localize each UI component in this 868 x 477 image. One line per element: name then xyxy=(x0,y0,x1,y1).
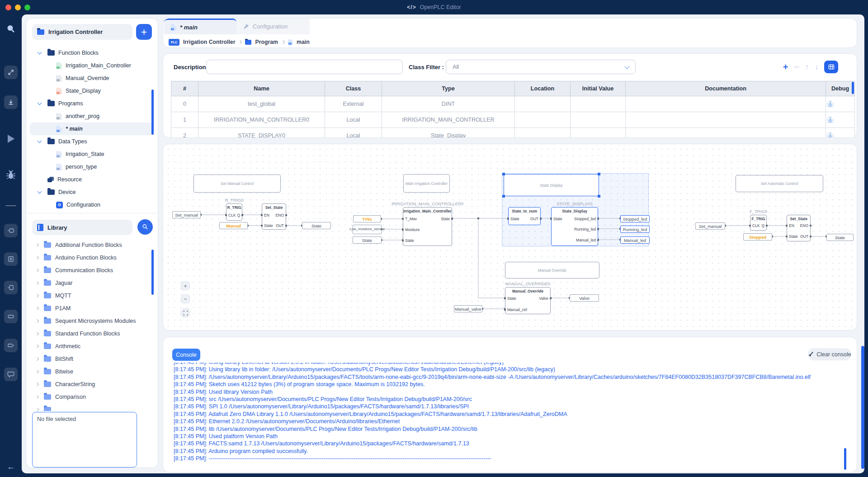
window-scrollbar[interactable] xyxy=(861,346,864,469)
tree-item-device[interactable]: Device xyxy=(30,186,154,198)
chevron-right-icon[interactable] xyxy=(35,345,39,348)
selection-handle[interactable] xyxy=(598,195,600,198)
fbd-comment[interactable]: Set Manual Control xyxy=(193,175,281,193)
fbd-variable[interactable]: Manual_valve xyxy=(454,305,482,312)
fbd-block-manual_override[interactable]: Manual_OverrideStateManual_ctrlValve xyxy=(505,287,551,314)
fbd-block-set_state[interactable]: Set_StateENStateENOOUT xyxy=(787,215,811,241)
fbd-variable[interactable]: Manual_led xyxy=(620,236,650,244)
tree-item-irrigation-state[interactable]: Irrigation_State xyxy=(30,148,154,161)
move-down-button[interactable]: ↓ xyxy=(815,63,818,71)
console-log[interactable]: [8:17:45 PM]: Using library Ethernet at … xyxy=(174,363,837,468)
library-item-sequent-microsystems-modules[interactable]: Sequent Microsystems Modules xyxy=(30,315,154,327)
chevron-right-icon[interactable] xyxy=(35,243,39,247)
search-icon[interactable] xyxy=(4,22,18,36)
tab-configuration[interactable]: Configuration xyxy=(236,19,310,34)
tree-item-function-blocks[interactable]: Function Blocks xyxy=(30,47,154,59)
fbd-variable[interactable]: Stopped xyxy=(743,233,772,241)
expand-icon[interactable] xyxy=(4,66,18,79)
debug-bug-icon[interactable] xyxy=(4,168,18,182)
breadcrumb-page[interactable]: main xyxy=(297,39,310,45)
library-item-standard-function-blocks[interactable]: Standard Function Blocks xyxy=(30,327,154,340)
fbd-comment[interactable]: State Display xyxy=(504,174,599,196)
tree-scrollbar[interactable] xyxy=(151,90,154,135)
debug-bug-icon[interactable] xyxy=(826,132,854,138)
library-item-communication-blocks[interactable]: Communication Blocks xyxy=(30,264,154,277)
library-item-p1am[interactable]: P1AM xyxy=(30,302,154,315)
chevron-right-icon[interactable] xyxy=(35,332,39,335)
fit-view-button[interactable] xyxy=(181,308,190,317)
chevron-right-icon[interactable] xyxy=(35,357,39,361)
chip-module-icon[interactable] xyxy=(4,281,18,294)
download-icon[interactable] xyxy=(4,95,18,109)
library-item-arithmetic[interactable]: Arithmetic xyxy=(30,340,154,353)
chevron-down-icon[interactable] xyxy=(38,189,42,194)
chevron-down-icon[interactable] xyxy=(38,139,42,143)
chevron-down-icon[interactable] xyxy=(38,50,42,55)
fbd-variable[interactable]: Valve xyxy=(570,294,599,302)
fbd-variable[interactable]: Running_led xyxy=(620,226,650,233)
fbd-variable[interactable]: T#5s xyxy=(353,215,381,222)
table-row[interactable]: 0test_globalExternalDINT xyxy=(171,96,855,112)
description-input[interactable] xyxy=(206,60,403,74)
table-scrollbar[interactable] xyxy=(852,82,854,94)
library-scrollbar[interactable] xyxy=(151,250,154,295)
tag-module-icon[interactable] xyxy=(4,339,18,352)
fbd-comment[interactable]: Set Automatic Control xyxy=(736,175,823,192)
file-preview-box[interactable]: No file selected xyxy=(32,412,137,468)
zoom-out-button[interactable]: − xyxy=(181,294,190,303)
fbd-block-r_trig[interactable]: R_TRIGCLKQ xyxy=(226,203,242,221)
library-item-mqtt[interactable]: MQTT xyxy=(30,289,154,302)
io-module-icon[interactable] xyxy=(4,224,18,237)
library-item-additional-function-blocks[interactable]: Additional Function Blocks xyxy=(30,239,154,251)
fbd-canvas[interactable]: Set Manual ControlMain Irrigation Contro… xyxy=(163,144,857,331)
fbd-variable[interactable]: Set_manual xyxy=(695,222,725,230)
tree-item-state-display[interactable]: State_Display xyxy=(30,85,154,97)
code-view-button[interactable]: </> xyxy=(836,61,850,73)
tab-main[interactable]: * main xyxy=(164,19,236,34)
fbd-variable[interactable]: Set_manual xyxy=(172,211,201,218)
chevron-right-icon[interactable] xyxy=(35,269,39,272)
move-up-button[interactable]: ↑ xyxy=(805,63,809,71)
fbd-variable[interactable]: State xyxy=(826,234,854,241)
chevron-right-icon[interactable] xyxy=(35,307,39,310)
breadcrumb-project[interactable]: Irrigation Controller xyxy=(183,39,235,45)
zoom-in-button[interactable]: + xyxy=(181,281,190,290)
chevron-right-icon[interactable] xyxy=(35,408,39,411)
tree-item-programs[interactable]: Programs xyxy=(30,97,154,110)
library-item-bitshift[interactable]: BitShift xyxy=(30,353,154,365)
fbd-variable[interactable]: State xyxy=(302,222,331,229)
library-item-comparison[interactable]: Comparison xyxy=(30,391,154,403)
tree-item-manual-override[interactable]: Manual_Override xyxy=(30,72,154,85)
fbd-block-irrigation_main_controller[interactable]: Irrigation_Main_ControllerT_MaxMoistureS… xyxy=(403,207,452,246)
chevron-right-icon[interactable] xyxy=(35,294,39,298)
fbd-variable[interactable]: Low_moisture_sensor xyxy=(353,225,382,234)
fbd-block-state_to_num[interactable]: State_to_numStateOUT xyxy=(508,207,541,225)
library-header[interactable]: Library xyxy=(32,220,132,235)
fbd-comment[interactable]: Manual Override xyxy=(505,262,599,279)
fbd-variable[interactable]: State xyxy=(353,236,382,244)
chevron-down-icon[interactable] xyxy=(38,101,42,105)
fbd-comment[interactable]: Main Irrigation Controller xyxy=(403,174,450,193)
chevron-right-icon[interactable] xyxy=(35,256,39,260)
remove-variable-button[interactable]: − xyxy=(794,62,799,71)
project-header[interactable]: Irrigation Controller xyxy=(32,24,132,40)
chevron-right-icon[interactable] xyxy=(35,370,39,373)
debug-bug-icon[interactable] xyxy=(826,100,854,109)
tree-item-another-prog[interactable]: another_prog xyxy=(30,110,154,123)
breadcrumb-section[interactable]: Program xyxy=(255,39,278,45)
class-filter-select[interactable]: All xyxy=(446,60,636,74)
chevron-right-icon[interactable] xyxy=(35,383,39,386)
capsule-module-icon[interactable] xyxy=(4,310,18,323)
selection-handle[interactable] xyxy=(502,173,505,175)
fbd-block-f_trig[interactable]: F_TRIGCLKQ xyxy=(750,215,767,231)
fbd-block-state_display[interactable]: State_DisplayStateStopped_ledRunning_led… xyxy=(551,207,598,246)
tree-item-irrigation-main-controller[interactable]: Irrigation_Main_Controller xyxy=(30,59,154,72)
tree-item-resource[interactable]: Resource xyxy=(30,173,154,186)
debug-bug-icon[interactable] xyxy=(826,116,854,124)
tree-item--main[interactable]: * main xyxy=(30,123,154,135)
table-row[interactable]: 1IRRIGATION_MAIN_CONTROLLER0LocalIRRIGAT… xyxy=(171,112,855,128)
fbd-variable[interactable]: Stopped_led xyxy=(620,215,650,222)
library-item-jaguar[interactable]: Jaguar xyxy=(30,277,154,289)
library-search-button[interactable] xyxy=(137,219,153,235)
library-item-arduino-function-blocks[interactable]: Arduino Function Blocks xyxy=(30,251,154,264)
